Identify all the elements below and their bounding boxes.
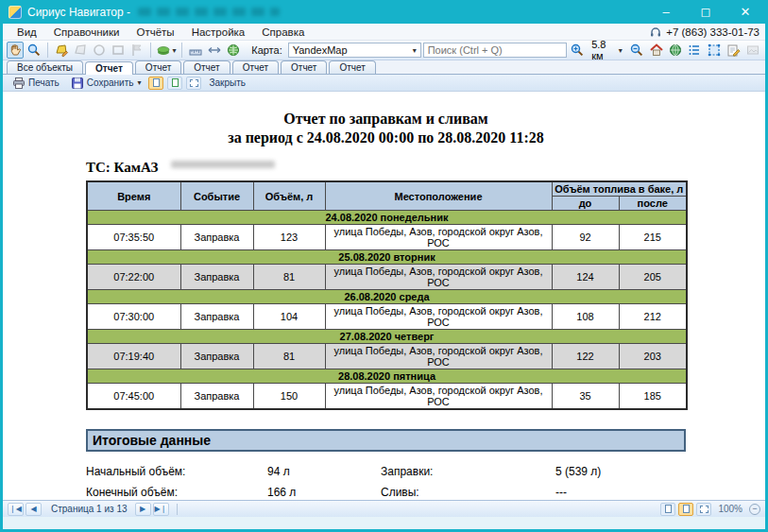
two-page-mode-button[interactable] xyxy=(678,503,693,516)
status-right-group: 100% − xyxy=(660,503,760,516)
menu-otchety[interactable]: Отчёты xyxy=(128,24,182,40)
fuel-events-table: Время Событие Объём, л Местоположение Об… xyxy=(86,180,688,410)
close-report-button[interactable]: Закрыть xyxy=(205,77,249,89)
summary-value: 166 л xyxy=(267,486,296,499)
next-page-button[interactable]: ▶ xyxy=(135,503,151,516)
summary-banner: Итоговые данные xyxy=(86,429,686,452)
tab-bar: Все объектыОтчетОтчетОтчетОтчетОтчетОтче… xyxy=(3,60,765,75)
day-banner: 26.08.2020 среда xyxy=(87,290,687,304)
single-page-mode-button[interactable] xyxy=(660,503,675,516)
layers-icon[interactable]: ▾ xyxy=(155,42,177,59)
print-label: Печать xyxy=(28,77,60,88)
summary-row: Заправки:5 (539 л) xyxy=(381,461,686,482)
report-title: Отчет по заправкам и сливам xyxy=(86,111,686,128)
multi-page-mode-button[interactable] xyxy=(696,503,711,516)
table-cell: Заправка xyxy=(180,304,253,330)
search-input[interactable] xyxy=(423,43,567,58)
rect-icon[interactable] xyxy=(110,42,127,59)
page-width-view-button[interactable] xyxy=(167,77,182,90)
menu-vid[interactable]: Вид xyxy=(9,24,45,40)
print-button[interactable]: Печать xyxy=(9,76,63,91)
save-label: Сохранить xyxy=(87,77,134,88)
table-cell: 07:35:50 xyxy=(87,225,180,250)
scale-dropdown[interactable]: 5.8 км ▾ xyxy=(588,42,626,59)
summary-label: Заправки: xyxy=(381,465,555,478)
menu-spravochniki[interactable]: Справочники xyxy=(45,24,128,40)
zoom-search-icon[interactable] xyxy=(26,42,43,59)
table-cell: 07:30:00 xyxy=(87,304,180,330)
save-icon xyxy=(71,77,84,90)
tab-3[interactable]: Отчет xyxy=(183,60,230,74)
table-cell: улица Победы, Азов, городской округ Азов… xyxy=(325,304,552,330)
image-icon[interactable] xyxy=(744,42,761,59)
pan-hand-icon[interactable] xyxy=(7,42,24,59)
col-after: после xyxy=(619,197,687,211)
menu-nastroika[interactable]: Настройка xyxy=(183,24,254,40)
close-report-label: Закрыть xyxy=(209,77,246,88)
table-cell: 124 xyxy=(552,265,619,290)
home-icon[interactable] xyxy=(647,42,664,59)
prev-page-button[interactable]: ◀ xyxy=(26,503,42,516)
day-banner-row: 26.08.2020 среда xyxy=(87,290,687,304)
zoom-out-icon[interactable] xyxy=(628,42,645,59)
circle-icon[interactable] xyxy=(91,42,108,59)
fit-icon xyxy=(190,79,198,87)
summary-right: Заправки:5 (539 л)Сливы:---Нормативный р… xyxy=(381,461,686,500)
flag-icon[interactable] xyxy=(128,42,145,59)
toolbar-right-group: 5.8 км ▾ xyxy=(569,42,761,59)
menu-spravka[interactable]: Справка xyxy=(253,24,313,40)
summary-label: Конечный объём: xyxy=(86,486,267,499)
summary-section: Начальный объём:94 лКонечный объём:166 л… xyxy=(86,461,686,500)
globe-icon[interactable] xyxy=(667,42,684,59)
note-edit-icon[interactable] xyxy=(725,42,742,59)
table-cell: улица Победы, Азов, городской округ Азов… xyxy=(325,344,552,369)
single-page-view-button[interactable] xyxy=(148,77,163,90)
edit-polygon-icon[interactable] xyxy=(53,42,70,59)
title-redacted-text xyxy=(138,8,280,16)
save-button[interactable]: Сохранить ▾ xyxy=(67,76,145,91)
ruler-icon[interactable] xyxy=(187,42,204,59)
table-cell: 35 xyxy=(552,384,619,410)
day-banner: 25.08.2020 вторник xyxy=(87,250,687,265)
ruler-width-icon[interactable] xyxy=(206,42,223,59)
zoom-in-icon[interactable] xyxy=(569,42,586,59)
select-area-icon[interactable] xyxy=(706,42,723,59)
report-toolbar: Печать Сохранить ▾ Закрыть xyxy=(3,75,765,92)
route-globe-icon[interactable] xyxy=(225,42,242,59)
tab-0[interactable]: Все объекты xyxy=(7,60,83,74)
table-cell: 81 xyxy=(253,344,325,369)
report-page: Отчет по заправкам и сливам за период с … xyxy=(3,92,765,500)
tab-4[interactable]: Отчет xyxy=(232,60,279,74)
list-icon[interactable] xyxy=(686,42,703,59)
close-button[interactable]: ✕ xyxy=(725,0,765,24)
summary-value: --- xyxy=(555,486,567,499)
last-page-button[interactable]: ▶❘ xyxy=(153,503,169,516)
chevron-down-icon: ▾ xyxy=(413,46,417,55)
tab-5[interactable]: Отчет xyxy=(281,60,327,74)
report-subtitle: за период с 24.08.2020 00:00 по 28.08.20… xyxy=(86,129,686,146)
map-select[interactable]: YandexMap ▾ xyxy=(288,43,421,58)
day-banner-row: 24.08.2020 понедельник xyxy=(87,211,687,225)
first-page-button[interactable]: ❘◀ xyxy=(8,503,24,516)
app-icon xyxy=(9,6,22,19)
tab-6[interactable]: Отчет xyxy=(329,60,375,74)
vehicle-name: ТС: КамАЗ xyxy=(86,160,158,176)
table-cell: улица Победы, Азов, городской округ Азов… xyxy=(325,384,552,410)
tab-1[interactable]: Отчет xyxy=(85,61,133,75)
table-row: 07:30:00Заправка104улица Победы, Азов, г… xyxy=(87,304,687,330)
table-cell: Заправка xyxy=(180,384,253,410)
maximize-button[interactable]: ◻ xyxy=(686,0,725,24)
zoom-out-button[interactable]: − xyxy=(749,504,760,515)
menu-bar: Вид Справочники Отчёты Настройка Справка… xyxy=(3,24,765,41)
table-cell: 203 xyxy=(619,344,687,369)
fit-page-view-button[interactable] xyxy=(186,77,201,90)
table-cell: 92 xyxy=(552,225,619,250)
window-title: Сириус Навигатор - xyxy=(27,6,130,19)
polygon-icon[interactable] xyxy=(72,42,89,59)
table-cell: 205 xyxy=(619,265,687,290)
table-cell: Заправка xyxy=(180,265,253,290)
tab-2[interactable]: Отчет xyxy=(135,60,181,74)
col-before: до xyxy=(552,197,619,211)
printer-icon xyxy=(12,77,26,90)
minimize-button[interactable]: – xyxy=(646,0,686,24)
